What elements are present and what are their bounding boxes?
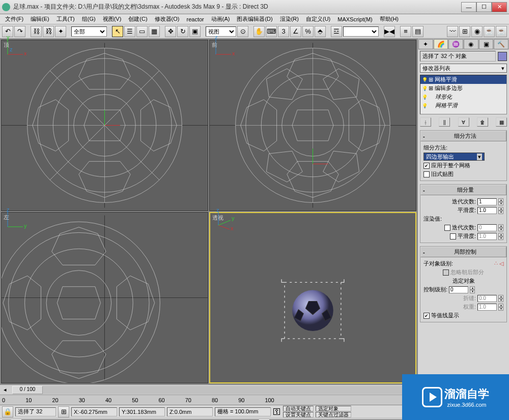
modifier-item[interactable]: 💡网格平滑 <box>420 101 506 110</box>
render-smooth-checkbox[interactable] <box>450 233 456 239</box>
viewport-left[interactable]: 左 yz <box>1 212 208 383</box>
select-name-button[interactable]: ☰ <box>124 26 135 37</box>
menu-item[interactable]: 视图(V) <box>100 14 125 24</box>
x-coord[interactable]: X:-60.275mm <box>71 407 117 416</box>
maximize-button[interactable]: ☐ <box>476 2 492 12</box>
isoline-display-checkbox[interactable]: ✔ <box>423 313 430 319</box>
selection-filter-dropdown[interactable]: 全部 <box>71 26 107 37</box>
spinner-snap-button[interactable]: ⬘ <box>315 26 326 37</box>
menu-item[interactable]: 动画(A) <box>208 14 233 24</box>
menu-item[interactable]: 组(G) <box>79 14 99 24</box>
menu-item[interactable]: 创建(C) <box>125 14 150 24</box>
percent-snap-button[interactable]: % <box>302 26 314 37</box>
key-icon[interactable]: ⚿ <box>273 407 281 416</box>
minimize-button[interactable]: — <box>461 2 476 12</box>
show-end-button[interactable]: || <box>439 117 450 127</box>
layers-button[interactable]: ▤ <box>412 26 423 37</box>
unlink-button[interactable]: ⛓̸ <box>43 26 54 37</box>
menu-item[interactable]: reactor <box>184 15 207 23</box>
z-coord[interactable]: Z:0.0mm <box>167 407 213 416</box>
curve-editor-button[interactable]: 〰 <box>447 26 458 37</box>
schematic-button[interactable]: ⊞ <box>459 26 470 37</box>
control-level-spinner[interactable] <box>449 286 468 293</box>
viewport-top[interactable]: 顶 xyz <box>1 40 208 211</box>
menu-item[interactable]: 自定义(U) <box>303 14 333 24</box>
render-scene-button[interactable]: ☕ <box>484 26 495 37</box>
mirror-button[interactable]: ▶◀ <box>384 26 395 37</box>
modifier-item[interactable]: 💡球形化 <box>420 93 506 101</box>
keyboard-button[interactable]: ⌨ <box>266 26 277 37</box>
remove-mod-button[interactable]: 🗑 <box>477 117 488 127</box>
hierarchy-tab[interactable]: ♒ <box>448 39 463 49</box>
window-crossing-button[interactable]: ▦ <box>149 26 160 37</box>
vertex-icon[interactable]: ∴ <box>494 260 498 267</box>
quick-render-button[interactable]: ☕ <box>496 26 507 37</box>
object-color-swatch[interactable] <box>498 52 507 61</box>
snap-button[interactable]: 3 <box>278 26 289 37</box>
select-button[interactable]: ↖ <box>112 26 123 37</box>
close-button[interactable]: ✕ <box>492 2 507 12</box>
viewport-front[interactable]: 前 xz <box>209 40 416 211</box>
create-tab[interactable]: ✦ <box>418 39 433 49</box>
menu-item[interactable]: 文件(F) <box>2 14 26 24</box>
menu-item[interactable]: 帮助(H) <box>377 14 402 24</box>
modifier-list-dropdown[interactable]: 修改器列表▾ <box>420 64 507 73</box>
pin-stack-button[interactable]: ⟊ <box>420 117 431 127</box>
time-thumb[interactable]: 0 / 100 <box>12 386 43 394</box>
motion-tab[interactable]: ◉ <box>464 39 478 49</box>
utilities-tab[interactable]: 🔨 <box>494 39 508 49</box>
redo-button[interactable]: ↷ <box>14 26 25 37</box>
modify-tab[interactable]: 🌈 <box>434 39 448 49</box>
crease-spinner[interactable] <box>477 295 497 302</box>
modifier-item[interactable]: 💡⊞编辑多边形 <box>420 84 506 93</box>
manipulate-button[interactable]: ✋ <box>253 26 265 37</box>
y-coord[interactable]: Y:301.183mm <box>119 407 165 416</box>
pivot-button[interactable]: ⊙ <box>237 26 248 37</box>
material-editor-button[interactable]: ◉ <box>471 26 483 37</box>
apply-whole-mesh-checkbox[interactable]: ✔ <box>423 163 430 169</box>
edge-icon[interactable]: ◁ <box>499 260 503 267</box>
auto-key-button[interactable]: 自动关键点 <box>283 406 314 411</box>
modifier-item[interactable]: 💡⊞网格平滑 <box>420 75 506 84</box>
display-tab[interactable]: ▣ <box>479 39 494 49</box>
render-smoothness-spinner[interactable] <box>477 233 497 240</box>
smoothness-spinner[interactable] <box>477 207 497 214</box>
menu-item[interactable]: 渲染(R) <box>277 14 302 24</box>
menu-item[interactable]: 修改器(O) <box>152 14 183 24</box>
undo-button[interactable]: ↶ <box>2 26 13 37</box>
menu-item[interactable]: 工具(T) <box>53 14 78 24</box>
svg-text:z: z <box>10 46 13 52</box>
absolute-mode-button[interactable]: ⊞ <box>58 406 69 417</box>
scale-button[interactable]: ▣ <box>189 26 201 37</box>
render-iter-checkbox[interactable] <box>444 225 450 231</box>
select-rect-button[interactable]: ▭ <box>136 26 148 37</box>
align-button[interactable]: ≡ <box>400 26 411 37</box>
weight-spinner[interactable] <box>477 304 497 311</box>
link-button[interactable]: ⛓ <box>31 26 42 37</box>
lock-selection-button[interactable]: 🔒 <box>2 406 13 417</box>
watermark-url: zixue.3d66.com <box>447 402 486 408</box>
ignore-back-checkbox[interactable] <box>443 269 449 276</box>
iterations-spinner[interactable] <box>477 198 497 205</box>
menu-item[interactable]: 图表编辑器(D) <box>234 14 275 24</box>
menu-item[interactable]: 编辑(E) <box>27 14 52 24</box>
menu-item[interactable]: MAXScript(M) <box>334 15 375 23</box>
angle-snap-button[interactable]: ∠ <box>290 26 301 37</box>
svg-text:z: z <box>7 208 10 213</box>
viewport-perspective[interactable]: 透视 xzy <box>209 212 416 383</box>
named-sel-dropdown[interactable] <box>343 26 379 37</box>
set-key-button[interactable]: 设置关键点 <box>283 412 314 417</box>
named-sel-button[interactable]: ☲ <box>331 26 342 37</box>
key-filters-button[interactable]: 关键点过滤器 <box>316 412 351 417</box>
render-iterations-spinner[interactable] <box>477 224 497 231</box>
old-mapping-checkbox[interactable] <box>423 171 430 177</box>
rotate-button[interactable]: ↻ <box>177 26 188 37</box>
modifier-stack[interactable]: 💡⊞网格平滑💡⊞编辑多边形💡球形化💡网格平滑 <box>420 75 507 114</box>
configure-button[interactable]: ▦ <box>496 117 507 127</box>
selected-obj-dropdown[interactable]: 选定对象 <box>316 406 351 411</box>
bind-button[interactable]: ✦ <box>55 26 66 37</box>
move-button[interactable]: ✥ <box>165 26 176 37</box>
make-unique-button[interactable]: ∀ <box>458 117 469 127</box>
ref-coord-dropdown[interactable]: 视图 <box>206 26 236 37</box>
subdiv-method-dropdown[interactable]: 四边形输出▾ <box>423 153 485 161</box>
